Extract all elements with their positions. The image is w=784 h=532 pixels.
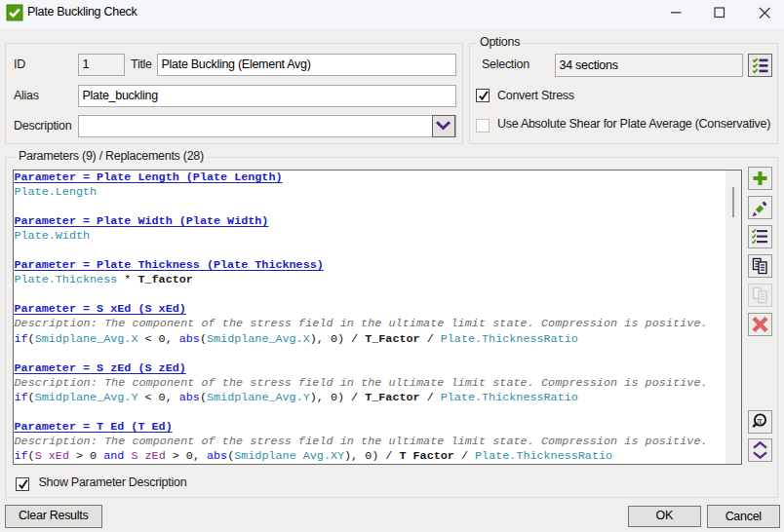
svg-text:π: π [757, 414, 763, 425]
